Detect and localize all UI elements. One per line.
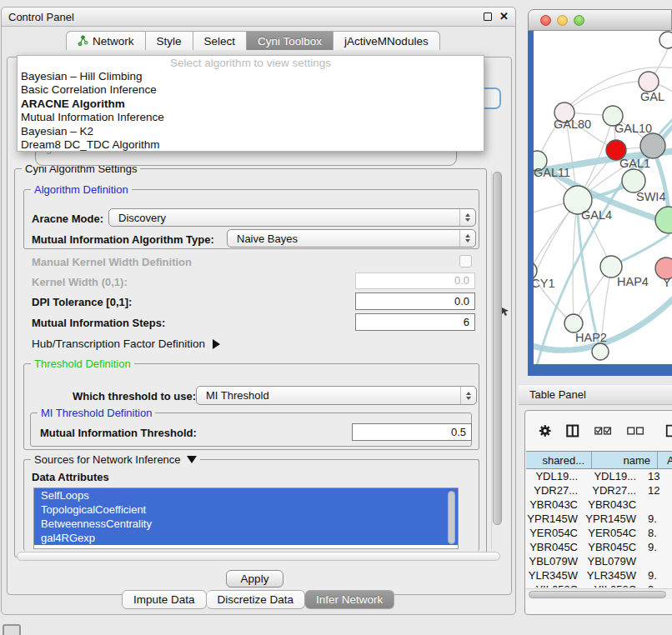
table-row[interactable]: YPR145WYPR145W9. — [526, 512, 672, 526]
network-window-selection-frame: GALGAL80GAL10GAL1GAL11SWI4GAL4GCY1HAP4YH… — [528, 31, 672, 376]
table-body: YDL19...YDL19...13YDR27...YDR27...12YBR0… — [526, 469, 672, 588]
column-header-a[interactable]: A — [658, 452, 672, 468]
network-canvas[interactable]: GALGAL80GAL10GAL1GAL11SWI4GAL4GCY1HAP4YH… — [534, 31, 672, 364]
tab-label: Network — [93, 35, 134, 48]
new-table-icon[interactable] — [665, 423, 672, 438]
table-row[interactable]: YDR27...YDR27...12 — [526, 483, 672, 498]
apply-button[interactable]: Apply — [226, 570, 283, 588]
attribute-item-gal4rgexp[interactable]: gal4RGexp — [34, 531, 458, 545]
dpi-tolerance-field[interactable]: 0.0 — [355, 292, 475, 310]
node-label: HAP4 — [617, 275, 649, 288]
settings-horizontal-scrollbar[interactable] — [17, 552, 500, 561]
table-row[interactable]: YBL079WYBL079W — [526, 554, 672, 568]
table-cell: YBR045C — [584, 540, 643, 554]
table-cell: YBR043C — [526, 498, 584, 512]
collapsed-panel-button[interactable] — [3, 624, 21, 635]
tab-style[interactable]: Style — [146, 31, 193, 50]
gear-icon[interactable] — [539, 423, 551, 438]
zoom-traffic-light-icon[interactable] — [574, 15, 584, 26]
column-header-shared[interactable]: shared... — [526, 452, 592, 468]
table-row[interactable]: YLR345WYLR345W9. — [526, 568, 672, 582]
hub-definition-expander[interactable]: Hub/Transcription Factor Definition — [32, 338, 220, 350]
table-row[interactable]: YBR043CYBR043C — [526, 498, 672, 512]
table-header-row: shared...nameA — [526, 451, 672, 469]
table-cell: YPR145W — [526, 512, 584, 526]
algorithm-definition-title: Algorithm Definition — [31, 183, 132, 196]
data-attributes-label: Data Attributes — [32, 471, 109, 483]
table-row[interactable]: YBR045CYBR045C9. — [526, 540, 672, 554]
settings-vertical-scrollbar-thumb[interactable] — [493, 172, 502, 525]
dpi-tolerance-label: DPI Tolerance [0,1]: — [32, 296, 132, 308]
mi-threshold-field[interactable]: 0.5 — [352, 423, 472, 441]
network-node-hap2[interactable] — [564, 314, 583, 332]
mi-steps-field[interactable]: 6 — [355, 313, 475, 331]
table-cell: 12 — [643, 483, 672, 498]
tab-select[interactable]: Select — [193, 31, 248, 50]
float-window-icon[interactable] — [484, 12, 492, 21]
aracne-mode-combobox[interactable]: Discovery — [108, 208, 476, 227]
table-horizontal-scrollbar[interactable] — [526, 588, 672, 599]
network-node-gal[interactable] — [639, 72, 659, 92]
listbox-scrollbar-thumb[interactable] — [448, 491, 455, 544]
mi-steps-label: Mutual Information Steps: — [32, 317, 165, 329]
close-icon[interactable]: ✕ — [499, 12, 509, 21]
tab-label: Cyni Toolbox — [258, 35, 322, 48]
tab-jactivemnodules[interactable]: jActiveMNodules — [333, 31, 440, 50]
table-cell — [643, 498, 672, 512]
attribute-item-betweennesscentrality[interactable]: BetweennessCentrality — [34, 517, 458, 531]
table-row[interactable]: YIL053CYIL053C9 — [526, 582, 672, 588]
network-view-window[interactable]: GALGAL80GAL10GAL1GAL11SWI4GAL4GCY1HAP4YH… — [528, 9, 672, 370]
algorithm-option-bayesian-hill-climbing[interactable]: Bayesian – Hill Climbing — [18, 70, 484, 83]
mi-algorithm-type-combobox[interactable]: Naive Bayes — [227, 229, 476, 248]
mi-threshold-definition-title: MI Threshold Definition — [38, 407, 155, 419]
tab-network[interactable]: Network — [66, 31, 146, 50]
data-attributes-listbox[interactable]: SelfLoopsTopologicalCoefficientBetweenne… — [33, 488, 459, 549]
which-threshold-combobox[interactable]: MI Threshold — [196, 386, 477, 405]
algorithm-option-basic-correlation-inference[interactable]: Basic Correlation Inference — [18, 83, 484, 97]
network-window-titlebar[interactable] — [528, 9, 672, 31]
close-traffic-light-icon[interactable] — [540, 15, 551, 26]
algorithm-dropdown-popup: Select algorithm to view settings Bayesi… — [17, 55, 484, 152]
tab-infer-network[interactable]: Infer Network — [305, 590, 394, 609]
node-label: GAL10 — [614, 122, 652, 135]
select-all-checkboxes-icon[interactable] — [594, 425, 612, 437]
node-label: GAL80 — [554, 118, 591, 131]
minimize-traffic-light-icon[interactable] — [557, 15, 568, 26]
cyni-bottom-tabbar: Impute DataDiscretize DataInfer Network — [122, 590, 394, 609]
table-cell: YDL19... — [584, 469, 643, 483]
table-cell: YBL079W — [526, 554, 584, 568]
attribute-item-topologicalcoefficient[interactable]: TopologicalCoefficient — [34, 502, 458, 517]
columns-icon[interactable] — [566, 423, 579, 438]
table-horizontal-scrollbar-thumb[interactable] — [529, 591, 666, 598]
tab-discretize-data[interactable]: Discretize Data — [207, 590, 306, 609]
table-row[interactable]: YDL19...YDL19...13 — [526, 469, 672, 483]
tab-cyni-toolbox[interactable]: Cyni Toolbox — [247, 31, 333, 50]
network-node[interactable] — [592, 343, 609, 360]
algorithm-option-aracne-algorithm[interactable]: ARACNE Algorithm — [18, 98, 484, 111]
table-cell: YDR27... — [584, 483, 643, 498]
combo-stepper-icon — [460, 387, 476, 404]
network-node-swi4[interactable] — [622, 169, 645, 192]
manual-kernel-width-checkbox[interactable] — [459, 255, 472, 268]
attribute-item-selfloops[interactable]: SelfLoops — [34, 488, 458, 502]
network-node[interactable] — [655, 207, 672, 233]
kernel-width-field[interactable]: 0.0 — [355, 272, 475, 289]
panel-resize-cursor-icon[interactable] — [501, 307, 511, 317]
table-row[interactable]: YER054CYER054C8. — [526, 526, 672, 540]
settings-vertical-scrollbar[interactable] — [491, 171, 502, 550]
node-label: HAP2 — [575, 331, 607, 344]
control-panel-window: Control Panel ✕ NetworkStyleSelectCyni T… — [1, 7, 516, 615]
table-panel-titlebar: Table Panel — [519, 384, 672, 405]
network-node[interactable] — [659, 32, 672, 48]
algorithm-option-mutual-information-inference[interactable]: Mutual Information Inference — [18, 111, 484, 124]
network-node[interactable] — [640, 133, 665, 158]
table-cell: YER054C — [584, 526, 643, 540]
column-header-name[interactable]: name — [592, 452, 658, 468]
deselect-all-checkboxes-icon[interactable] — [627, 425, 644, 437]
table-cell: YPR145W — [584, 512, 643, 526]
expander-expanded-icon[interactable] — [187, 456, 197, 463]
algorithm-option-dream8-dc-tdc-algorithm[interactable]: Dream8 DC_TDC Algorithm — [18, 138, 484, 152]
tab-impute-data[interactable]: Impute Data — [122, 590, 207, 609]
node-label: GCY1 — [534, 277, 555, 290]
algorithm-option-bayesian-k2[interactable]: Bayesian – K2 — [18, 125, 484, 138]
